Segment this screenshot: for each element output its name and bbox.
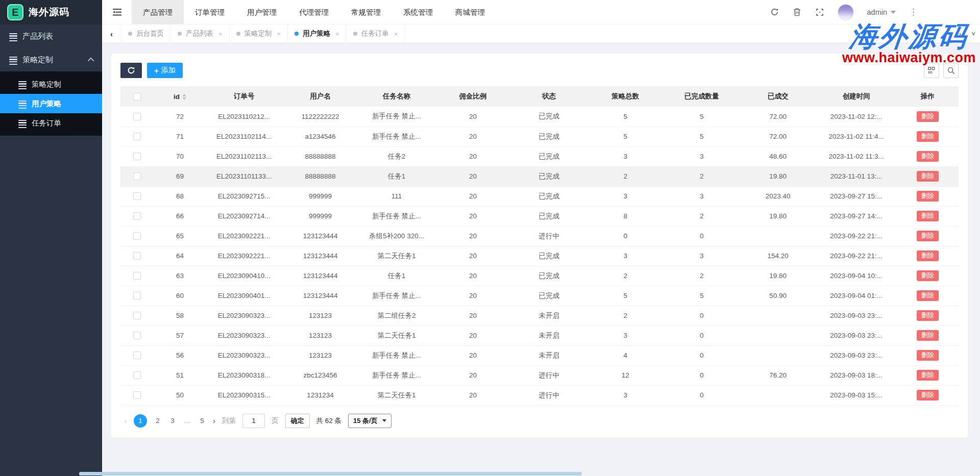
row-checkbox[interactable] bbox=[133, 252, 141, 260]
cell-username: 1231234 bbox=[282, 385, 358, 405]
sidebar-subitem[interactable]: 任务订单 bbox=[0, 113, 102, 133]
page-tab[interactable]: 产品列表× bbox=[171, 24, 230, 43]
topnav-tab[interactable]: 商城管理 bbox=[444, 0, 496, 24]
trash-icon[interactable] bbox=[793, 8, 802, 17]
sidebar-collapse-icon[interactable] bbox=[102, 0, 132, 24]
tab-close-icon[interactable]: × bbox=[218, 30, 223, 38]
page-tab[interactable]: 任务订单× bbox=[347, 24, 405, 43]
topnav-tab[interactable]: 产品管理 bbox=[132, 0, 184, 24]
add-button[interactable]: + 添加 bbox=[147, 63, 183, 78]
tab-close-icon[interactable]: × bbox=[394, 30, 398, 38]
delete-button[interactable]: 删除 bbox=[917, 390, 939, 400]
sort-icon[interactable] bbox=[182, 94, 186, 100]
cell-created-at: 2023-11-02 11:3... bbox=[816, 146, 897, 166]
column-header: 佣金比例 bbox=[435, 86, 511, 107]
columns-toggle-button[interactable] bbox=[924, 63, 939, 78]
user-menu[interactable]: admin bbox=[867, 8, 896, 16]
delete-button[interactable]: 删除 bbox=[917, 270, 939, 281]
page-size-select[interactable]: 15 条/页 bbox=[348, 414, 391, 428]
tab-menu-icon[interactable]: ˅ bbox=[967, 24, 980, 43]
more-options-icon[interactable]: ⋮ bbox=[909, 8, 918, 16]
delete-button[interactable]: 删除 bbox=[917, 350, 939, 361]
goto-page-input[interactable] bbox=[242, 414, 265, 428]
cell-commission: 20 bbox=[435, 325, 511, 345]
row-checkbox[interactable] bbox=[133, 272, 141, 280]
row-checkbox[interactable] bbox=[133, 232, 141, 240]
delete-button[interactable]: 删除 bbox=[917, 370, 939, 381]
row-checkbox[interactable] bbox=[133, 312, 141, 319]
user-avatar[interactable] bbox=[838, 4, 854, 20]
tab-scroll-left[interactable]: ‹ bbox=[102, 24, 121, 43]
row-checkbox[interactable] bbox=[133, 292, 141, 299]
delete-button[interactable]: 删除 bbox=[917, 310, 939, 321]
row-checkbox[interactable] bbox=[133, 172, 141, 180]
delete-button[interactable]: 删除 bbox=[917, 211, 939, 221]
cell-strategy-total: 3 bbox=[587, 146, 664, 166]
sidebar-subitem[interactable]: 策略定制 bbox=[0, 74, 102, 94]
cell-amount: 48.60 bbox=[740, 146, 816, 166]
search-button[interactable] bbox=[943, 63, 959, 78]
topnav-tab[interactable]: 代理管理 bbox=[288, 0, 340, 24]
sidebar-subitem[interactable]: 用户策略 bbox=[0, 94, 102, 113]
page-number[interactable]: 5 bbox=[198, 417, 206, 424]
tab-close-icon[interactable]: × bbox=[335, 30, 339, 38]
column-header-label: 订单号 bbox=[234, 92, 255, 100]
page-number[interactable]: 2 bbox=[154, 417, 162, 424]
row-checkbox[interactable] bbox=[133, 113, 141, 120]
cell-commission: 20 bbox=[435, 266, 511, 286]
goto-confirm-button[interactable]: 确定 bbox=[285, 414, 310, 428]
tab-close-icon[interactable]: × bbox=[277, 30, 281, 38]
page-tab[interactable]: 后台首页 bbox=[121, 24, 171, 43]
table-row: 63EL2023090410...123123444任务120已完成2219.8… bbox=[120, 266, 959, 286]
select-all-checkbox[interactable] bbox=[133, 93, 141, 101]
tab-scroll-right[interactable]: › bbox=[953, 24, 967, 43]
row-checkbox[interactable] bbox=[133, 371, 141, 379]
refresh-icon[interactable] bbox=[770, 8, 779, 17]
cell-task-name: 新手任务 禁止... bbox=[358, 107, 434, 127]
logo: E 海外源码 bbox=[0, 0, 102, 24]
row-checkbox[interactable] bbox=[133, 352, 141, 359]
topnav-tab[interactable]: 订单管理 bbox=[184, 0, 236, 24]
delete-button[interactable]: 删除 bbox=[917, 290, 939, 301]
row-checkbox[interactable] bbox=[133, 192, 141, 200]
row-checkbox[interactable] bbox=[133, 391, 141, 399]
delete-button[interactable]: 删除 bbox=[917, 151, 939, 162]
fullscreen-icon[interactable] bbox=[815, 8, 824, 17]
topnav-tab[interactable]: 用户管理 bbox=[236, 0, 288, 24]
table-toolbar: + 添加 bbox=[120, 63, 959, 78]
cell-completed: 0 bbox=[664, 385, 740, 405]
column-header-label: 状态 bbox=[542, 92, 556, 100]
cell-strategy-total: 2 bbox=[587, 166, 664, 186]
page-tab[interactable]: 策略定制× bbox=[230, 24, 288, 43]
refresh-table-button[interactable] bbox=[120, 63, 142, 78]
page-prev-button[interactable]: ‹ bbox=[125, 416, 127, 425]
cell-created-at: 2023-11-02 11:4... bbox=[816, 127, 897, 146]
table-row: 58EL2023090323...123123第二组任务220未开启202023… bbox=[120, 306, 959, 325]
cell-amount: 19.80 bbox=[740, 166, 816, 186]
delete-button[interactable]: 删除 bbox=[917, 231, 939, 241]
sidebar-item[interactable]: 产品列表 bbox=[0, 24, 102, 48]
cell-id: 72 bbox=[154, 107, 206, 127]
sidebar-item[interactable]: 策略定制 bbox=[0, 48, 102, 71]
delete-button[interactable]: 删除 bbox=[917, 171, 939, 182]
delete-button[interactable]: 删除 bbox=[917, 330, 939, 341]
cell-strategy-total: 12 bbox=[587, 365, 664, 385]
page-number[interactable]: 3 bbox=[168, 417, 177, 424]
delete-button[interactable]: 删除 bbox=[917, 131, 939, 142]
row-checkbox[interactable] bbox=[133, 332, 141, 339]
row-checkbox[interactable] bbox=[133, 153, 141, 160]
horizontal-scrollbar[interactable] bbox=[79, 472, 582, 475]
delete-button[interactable]: 删除 bbox=[917, 111, 939, 122]
row-checkbox[interactable] bbox=[133, 212, 141, 220]
topnav-tab[interactable]: 常规管理 bbox=[340, 0, 392, 24]
row-checkbox[interactable] bbox=[133, 133, 141, 140]
page-number[interactable]: 1 bbox=[134, 414, 147, 428]
cell-id: 68 bbox=[154, 186, 206, 206]
delete-button[interactable]: 删除 bbox=[917, 191, 939, 202]
delete-button[interactable]: 删除 bbox=[917, 250, 939, 261]
page-tab[interactable]: 用户策略× bbox=[288, 24, 347, 43]
page-next-button[interactable]: › bbox=[213, 416, 215, 425]
topnav-tab[interactable]: 系统管理 bbox=[392, 0, 444, 24]
cell-username: 123123444 bbox=[282, 226, 358, 246]
sidebar-menu: 产品列表策略定制策略定制用户策略任务订单 bbox=[0, 24, 102, 136]
